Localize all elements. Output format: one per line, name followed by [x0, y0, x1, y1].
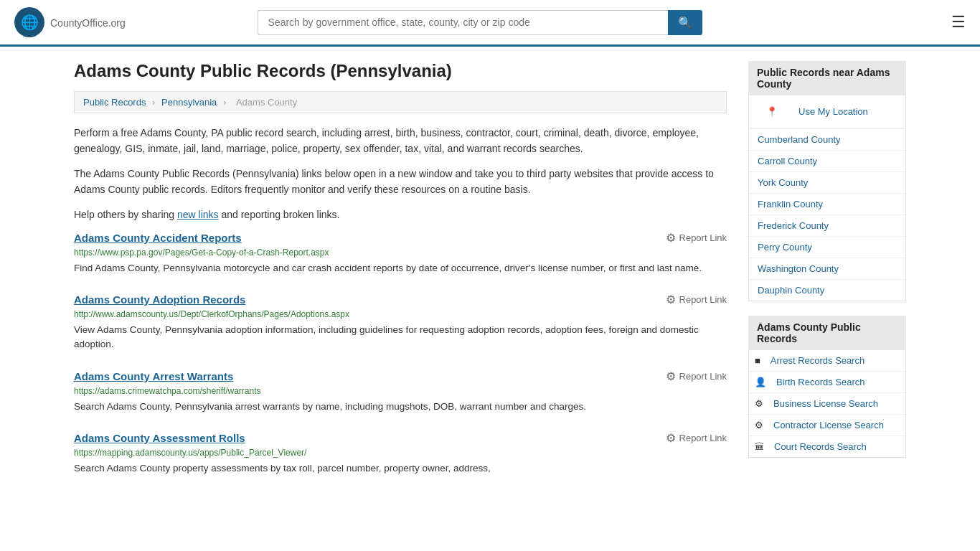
site-header: 🌐 CountyOffice.org 🔍 ☰ [0, 0, 980, 47]
nearby-county-item[interactable]: Washington County [749, 258, 905, 280]
record-url[interactable]: http://www.adamscounty.us/Dept/ClerkofOr… [74, 309, 727, 319]
record-title[interactable]: Adams County Accident Reports [74, 232, 242, 244]
report-icon: ⚙ [666, 431, 676, 445]
nearby-frederick[interactable]: Frederick County [749, 215, 905, 236]
breadcrumb-public-records[interactable]: Public Records [83, 97, 146, 108]
record-title[interactable]: Adams County Assessment Rolls [74, 432, 245, 444]
nearby-washington[interactable]: Washington County [749, 258, 905, 279]
local-records-heading: Adams County Public Records [748, 316, 906, 350]
content-area: Adams County Public Records (Pennsylvani… [74, 61, 727, 493]
breadcrumb-adams-county: Adams County [236, 97, 297, 108]
breadcrumb: Public Records › Pennsylvania › Adams Co… [74, 91, 727, 113]
record-entry: Adams County Adoption Records ⚙ Report L… [74, 293, 727, 352]
record-type-icon: 🏛 [749, 441, 764, 452]
record-description: View Adams County, Pennsylvania adoption… [74, 323, 727, 352]
search-button[interactable]: 🔍 [668, 10, 702, 35]
intro-paragraph-2: The Adams County Public Records (Pennsyl… [74, 166, 727, 198]
report-link-button[interactable]: ⚙ Report Link [666, 293, 727, 306]
local-records-section: Adams County Public Records ■ Arrest Rec… [748, 316, 906, 458]
record-type-icon: 👤 [749, 377, 766, 387]
main-container: Adams County Public Records (Pennsylvani… [60, 47, 920, 507]
report-icon: ⚙ [666, 369, 676, 383]
nearby-cumberland[interactable]: Cumberland County [749, 129, 905, 150]
local-record-item[interactable]: ⚙ Business License Search [749, 393, 905, 415]
record-description: Search Adams County, Pennsylvania arrest… [74, 400, 727, 414]
local-record-item[interactable]: 👤 Birth Records Search [749, 372, 905, 393]
record-type-icon: ⚙ [749, 398, 763, 409]
logo-link[interactable]: 🌐 CountyOffice.org [14, 7, 126, 37]
local-record-link[interactable]: Arrest Records Search [765, 350, 871, 371]
local-record-link[interactable]: Birth Records Search [771, 372, 871, 392]
record-type-icon: ⚙ [749, 420, 763, 430]
report-link-label: Report Link [679, 294, 727, 305]
report-link-button[interactable]: ⚙ Report Link [666, 431, 727, 445]
intro-paragraph-3: Help others by sharing new links and rep… [74, 207, 727, 222]
local-record-link[interactable]: Court Records Search [768, 436, 872, 457]
report-link-label: Report Link [679, 433, 727, 443]
nearby-franklin[interactable]: Franklin County [749, 194, 905, 215]
report-icon: ⚙ [666, 293, 676, 306]
nearby-county-item[interactable]: Dauphin County [749, 280, 905, 301]
record-entry: Adams County Accident Reports ⚙ Report L… [74, 231, 727, 276]
nearby-county-item[interactable]: Frederick County [749, 215, 905, 237]
page-title: Adams County Public Records (Pennsylvani… [74, 61, 727, 81]
search-icon: 🔍 [678, 17, 692, 29]
report-link-button[interactable]: ⚙ Report Link [666, 369, 727, 383]
nearby-section: Public Records near Adams County 📍 Use M… [748, 61, 906, 301]
use-my-location-link[interactable]: Use My Location [790, 101, 877, 122]
record-description: Search Adams County property assessments… [74, 461, 727, 476]
record-type-icon: ■ [749, 355, 760, 366]
nearby-county-item[interactable]: Carroll County [749, 151, 905, 172]
record-entry: Adams County Assessment Rolls ⚙ Report L… [74, 431, 727, 476]
local-record-item[interactable]: 🏛 Court Records Search [749, 436, 905, 457]
use-my-location-item[interactable]: 📍 Use My Location [749, 95, 905, 129]
nearby-county-item[interactable]: Perry County [749, 237, 905, 258]
nearby-county-item[interactable]: York County [749, 172, 905, 194]
nearby-county-item[interactable]: Franklin County [749, 194, 905, 215]
nearby-perry[interactable]: Perry County [749, 237, 905, 258]
menu-button[interactable]: ☰ [951, 13, 966, 32]
new-links-link[interactable]: new links [177, 209, 219, 220]
nearby-county-item[interactable]: Cumberland County [749, 129, 905, 151]
record-entry: Adams County Arrest Warrants ⚙ Report Li… [74, 369, 727, 414]
report-link-button[interactable]: ⚙ Report Link [666, 231, 727, 245]
record-title[interactable]: Adams County Adoption Records [74, 293, 245, 306]
nearby-carroll[interactable]: Carroll County [749, 151, 905, 171]
sidebar: Public Records near Adams County 📍 Use M… [748, 61, 906, 493]
record-url[interactable]: https://adams.crimewatchpa.com/sheriff/w… [74, 386, 727, 396]
record-url[interactable]: https://mapping.adamscounty.us/apps/Publ… [74, 448, 727, 458]
nearby-heading: Public Records near Adams County [748, 61, 906, 95]
menu-icon: ☰ [951, 13, 966, 31]
location-icon: 📍 [758, 101, 786, 122]
intro-paragraph-1: Perform a free Adams County, PA public r… [74, 125, 727, 157]
local-record-item[interactable]: ⚙ Contractor License Search [749, 415, 905, 436]
report-icon: ⚙ [666, 231, 676, 245]
nearby-dauphin[interactable]: Dauphin County [749, 280, 905, 301]
records-list: Adams County Accident Reports ⚙ Report L… [74, 231, 727, 476]
logo-text: CountyOffice.org [50, 15, 126, 30]
record-title[interactable]: Adams County Arrest Warrants [74, 370, 233, 382]
local-record-link[interactable]: Contractor License Search [768, 415, 890, 435]
nearby-list: 📍 Use My Location Cumberland County Carr… [748, 95, 906, 301]
search-bar: 🔍 [258, 10, 702, 35]
breadcrumb-pennsylvania[interactable]: Pennsylvania [161, 97, 217, 108]
local-records-list: ■ Arrest Records Search 👤 Birth Records … [748, 350, 906, 458]
report-link-label: Report Link [679, 232, 727, 243]
nearby-york[interactable]: York County [749, 172, 905, 193]
record-url[interactable]: https://www.psp.pa.gov/Pages/Get-a-Copy-… [74, 248, 727, 258]
logo-icon: 🌐 [14, 7, 44, 37]
local-record-item[interactable]: ■ Arrest Records Search [749, 350, 905, 372]
report-link-label: Report Link [679, 371, 727, 382]
record-description: Find Adams County, Pennsylvania motorcyc… [74, 261, 727, 276]
local-record-link[interactable]: Business License Search [768, 393, 884, 414]
search-input[interactable] [258, 10, 668, 35]
